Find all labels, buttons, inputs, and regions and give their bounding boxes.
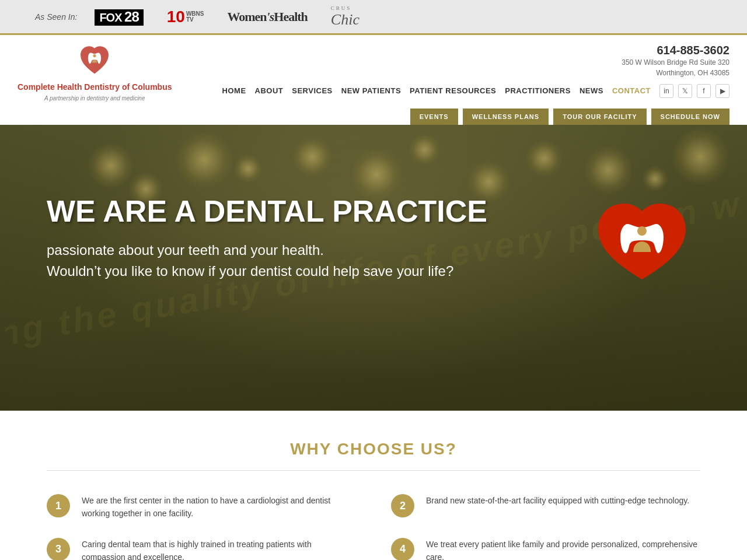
nav-patient-resources[interactable]: PATIENT RESOURCES	[410, 86, 496, 95]
hero-content: WE ARE A DENTAL PRACTICE passionate abou…	[47, 195, 487, 282]
hero-logo-large	[595, 195, 689, 288]
logo-icon	[77, 44, 112, 79]
hero-subtitle: passionate about your teeth and your hea…	[47, 240, 487, 282]
feature-number-4: 4	[391, 538, 414, 560]
social-icons: in 𝕏 f ▶	[659, 84, 729, 98]
youtube-icon[interactable]: ▶	[715, 84, 729, 98]
feature-text-2: Brand new state-of-the-art facility equi…	[426, 494, 689, 507]
nav-practitioners[interactable]: PRACTITIONERS	[505, 86, 571, 95]
fox-logo: FOX 28	[95, 9, 143, 25]
feature-item-2: 2 Brand new state-of-the-art facility eq…	[391, 494, 700, 520]
as-seen-in-bar: As Seen In: FOX 28 10 WBNSTV Women'sHeal…	[0, 0, 747, 35]
logo-text: Complete Health Dentistry of Columbus	[18, 82, 172, 93]
media-logos: FOX 28 10 WBNSTV Women'sHealth CBUS Chic	[95, 5, 359, 29]
hero-section: reaching the quality of life of every pe…	[0, 125, 747, 411]
nav-news[interactable]: NEWS	[580, 86, 603, 95]
nav-new-patients[interactable]: NEW PATIENTS	[341, 86, 401, 95]
action-buttons: EVENTS WELLNESS PLANS TOUR OUR FACILITY …	[410, 108, 729, 125]
section-divider	[47, 470, 700, 471]
nav-area: 614-885-3602 350 W Wilson Bridge Rd Suit…	[172, 44, 729, 125]
womens-health-logo: Women'sHealth	[227, 9, 307, 24]
logo-area: Complete Health Dentistry of Columbus A …	[18, 44, 172, 102]
events-button[interactable]: EVENTS	[410, 108, 458, 125]
schedule-now-button[interactable]: SCHEDULE NOW	[651, 108, 729, 125]
feature-number-3: 3	[47, 538, 70, 560]
nav-services[interactable]: SERVICES	[292, 86, 333, 95]
tour-facility-button[interactable]: TOUR OUR FACILITY	[553, 108, 646, 125]
feature-item-1: 1 We are the first center in the nation …	[47, 494, 356, 520]
header: Complete Health Dentistry of Columbus A …	[0, 35, 747, 125]
feature-item-4: 4 We treat every patient like family and…	[391, 538, 700, 560]
address: 350 W Wilson Bridge Rd Suite 320 Worthin…	[622, 57, 729, 78]
feature-number-1: 1	[47, 494, 70, 517]
why-title: WHY CHOOSE US?	[47, 440, 700, 459]
as-seen-in-label: As Seen In:	[35, 12, 77, 22]
main-nav: HOME ABOUT SERVICES NEW PATIENTS PATIENT…	[222, 86, 651, 95]
nav-contact[interactable]: CONTACT	[612, 86, 651, 95]
wbns-logo: 10 WBNSTV	[167, 8, 204, 26]
feature-item-3: 3 Caring dental team that is highly trai…	[47, 538, 356, 560]
phone-number: 614-885-3602	[622, 44, 729, 57]
feature-text-1: We are the first center in the nation to…	[82, 494, 356, 520]
nav-home[interactable]: HOME	[222, 86, 246, 95]
contact-info: 614-885-3602 350 W Wilson Bridge Rd Suit…	[622, 44, 729, 78]
feature-text-3: Caring dental team that is highly traine…	[82, 538, 356, 560]
svg-point-0	[93, 54, 96, 57]
cbus-chic-logo: CBUS Chic	[331, 5, 359, 29]
hero-title: WE ARE A DENTAL PRACTICE	[47, 195, 487, 228]
wellness-plans-button[interactable]: WELLNESS PLANS	[463, 108, 549, 125]
logo-subtext: A partnership in dentistry and medicine	[44, 95, 145, 102]
features-grid: 1 We are the first center in the nation …	[47, 494, 700, 560]
twitter-icon[interactable]: 𝕏	[678, 84, 692, 98]
svg-point-1	[637, 226, 647, 236]
feature-number-2: 2	[391, 494, 414, 517]
why-section: WHY CHOOSE US? 1 We are the first center…	[0, 411, 747, 560]
feature-text-4: We treat every patient like family and p…	[426, 538, 700, 560]
facebook-icon[interactable]: f	[697, 84, 711, 98]
nav-about[interactable]: ABOUT	[255, 86, 284, 95]
linkedin-icon[interactable]: in	[659, 84, 673, 98]
